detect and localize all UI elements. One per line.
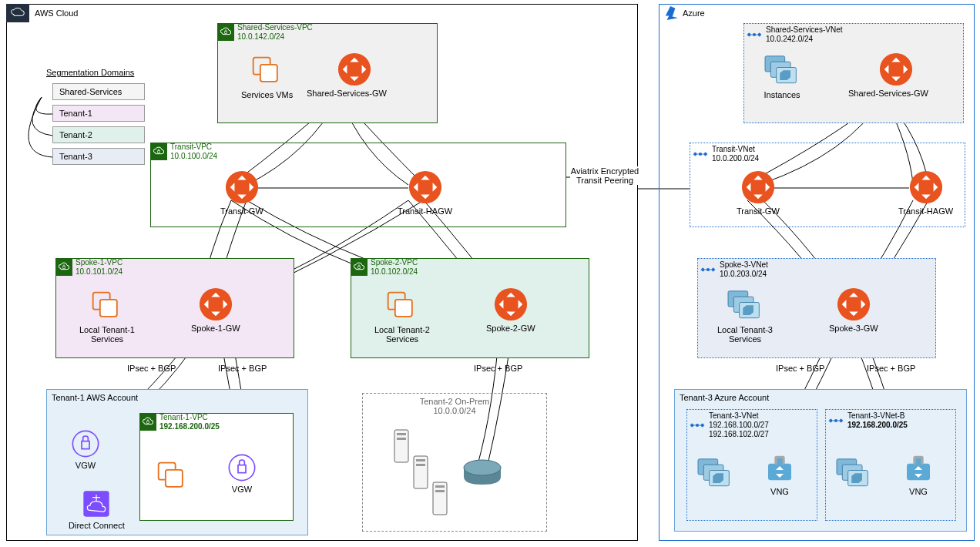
spoke3-svc-label: Local Tenant-3 Services: [717, 325, 773, 344]
tenant2-onprem: Tenant-2 On-Prem 10.0.0.0/24: [362, 393, 547, 532]
spoke2-gw: Spoke-2-GW: [486, 287, 535, 333]
azure-spoke3-vnet: Spoke-3-VNet 10.0.203.0/24 Local Tenant-…: [697, 258, 936, 358]
tenant3-account-label: Tenant-3 Azure Account: [680, 393, 769, 402]
vgw1: VGW: [70, 428, 101, 470]
spoke3-gw-label: Spoke-3-GW: [829, 324, 878, 333]
svg-rect-9: [158, 151, 160, 153]
azure-shared-vnet-name: Shared-Services-VNet: [766, 25, 842, 35]
tenant3-vnet-b: Tenant-3-VNet-B 192.168.200.0/25 VNG: [825, 409, 956, 521]
tenant3-vnet-a-cidr2: 192.168.102.0/27: [709, 430, 769, 439]
vgw2: VGW: [227, 452, 257, 494]
azure-transit-gw: Transit-GW: [737, 169, 780, 216]
services-vms-icon: Services VMs: [241, 55, 293, 99]
vng-b: VNG: [903, 455, 934, 496]
svg-rect-77: [916, 458, 921, 465]
aws-spoke1-name: Spoke-1-VPC: [76, 258, 123, 267]
ipsec-label-1: IPsec + BGP: [127, 364, 176, 373]
svg-rect-35: [416, 464, 425, 466]
router-icon: [463, 458, 502, 488]
svg-rect-27: [166, 470, 183, 487]
svg-rect-18: [395, 300, 412, 317]
spoke2-svc-label: Local Tenant-2 Services: [374, 325, 430, 344]
server1-icon: [394, 429, 409, 465]
legend-title: Segmentation Domains: [46, 68, 134, 77]
svg-rect-29: [238, 465, 246, 473]
azure-transit-hagw: Transit-HAGW: [898, 169, 953, 216]
tenant1-account: Tenant-1 AWS Account VGW Direct Connect …: [46, 389, 308, 535]
azure-shared-vnet-cidr: 10.0.242.0/24: [766, 35, 842, 44]
aws-transit-hagw: Transit-HAGW: [398, 169, 452, 216]
aws-cloud-label: AWS Cloud: [35, 8, 78, 18]
tenant2-onprem-name: Tenant-2 On-Prem: [363, 397, 546, 406]
vnet-icon: [700, 261, 717, 278]
svg-rect-68: [777, 458, 783, 465]
aws-shared-gw: Shared-Services-GW: [322, 52, 387, 98]
aws-transit-vpc-name: Transit-VPC: [170, 143, 217, 152]
vpc-icon: [351, 259, 368, 276]
svg-rect-32: [397, 438, 406, 440]
azure-icon: [663, 6, 680, 22]
vng-a: VNG: [764, 455, 795, 496]
svg-rect-25: [147, 421, 149, 424]
legend-shared: Shared-Services: [52, 83, 145, 100]
legend-tenant3: Tenant-3: [52, 148, 145, 165]
spoke1-svc-label: Local Tenant-1 Services: [79, 325, 135, 344]
tenant3-vnet-a: Tenant-3-VNet 192.168.100.0/27 192.168.1…: [686, 409, 817, 521]
aws-transit-vpc-cidr: 10.0.100.0/24: [170, 152, 217, 161]
azure-transit-vnet-cidr: 10.0.200.0/24: [712, 154, 759, 163]
ipsec-label-az2: IPsec + BGP: [867, 364, 915, 373]
tenant3-vnet-a-name: Tenant-3-VNet: [709, 411, 769, 421]
aws-shared-vpc: Shared-Services-VPC 10.0.142.0/24 Servic…: [217, 23, 438, 123]
vgw2-label: VGW: [227, 485, 257, 494]
azure-label: Azure: [683, 8, 705, 18]
svg-rect-37: [435, 485, 445, 488]
services-vms-label: Services VMs: [241, 90, 293, 99]
tenant1-vms-icon: [156, 460, 190, 495]
legend-tenant1: Tenant-1: [52, 105, 145, 122]
spoke1-gw-label: Spoke-1-GW: [191, 324, 240, 333]
azure-shared-vnet: Shared-Services-VNet 10.0.242.0/24 Insta…: [743, 23, 964, 123]
aws-shared-vpc-cidr: 10.0.142.0/24: [237, 32, 313, 42]
svg-rect-21: [82, 441, 89, 449]
azure-spoke3-cidr: 10.0.203.0/24: [720, 270, 768, 279]
svg-rect-12: [63, 267, 65, 269]
aws-transit-vpc: Transit-VPC 10.0.100.0/24 Transit-GW Tra…: [150, 143, 566, 227]
azure-transit-gw-label: Transit-GW: [737, 206, 780, 216]
svg-rect-7: [260, 65, 277, 82]
server2-icon: [413, 455, 428, 491]
svg-point-28: [229, 455, 254, 480]
azure-transit-vnet: Transit-VNet 10.0.200.0/24 Transit-GW Tr…: [690, 143, 965, 227]
direct-connect: Direct Connect: [69, 488, 125, 530]
tenant3-vnet-a-cidr1: 192.168.100.0/27: [709, 421, 769, 430]
vpc-icon: [217, 24, 234, 41]
svg-point-40: [464, 460, 501, 475]
spoke3-gw: Spoke-3-GW: [829, 287, 878, 333]
spoke2-svc-icon: Local Tenant-2 Services: [374, 290, 430, 344]
svg-rect-5: [225, 32, 227, 34]
vnet-icon: [827, 412, 844, 429]
vnet-icon: [689, 417, 706, 434]
vnet-icon: [746, 26, 763, 43]
aws-transit-gw: Transit-GW: [220, 169, 263, 216]
spoke3-svc-icon: Local Tenant-3 Services: [717, 290, 773, 344]
svg-rect-16: [358, 267, 361, 269]
spoke1-svc-icon: Local Tenant-1 Services: [79, 290, 135, 344]
azure-spoke3-name: Spoke-3-VNet: [720, 260, 768, 270]
aws-shared-gw-label: Shared-Services-GW: [307, 89, 387, 98]
vng-b-label: VNG: [903, 487, 934, 496]
tenant1-vpc-cidr: 192.168.200.0/25: [159, 422, 220, 431]
azure-instances-icon: Instances: [764, 55, 800, 99]
tenant3-vnet-b-name: Tenant-3-VNet-B: [847, 411, 908, 421]
azure-instances-label: Instances: [764, 90, 800, 99]
svg-point-20: [72, 431, 98, 456]
tenant3b-vms-icon: [835, 458, 872, 493]
aws-spoke2-vpc: Spoke-2-VPC 10.0.102.0/24 Local Tenant-2…: [351, 258, 589, 358]
dc-label: Direct Connect: [69, 521, 125, 530]
svg-rect-75: [907, 464, 930, 481]
peering-label: Aviatrix Encrypted Transit Peering: [570, 166, 639, 185]
tenant3a-vms-icon: [696, 458, 733, 493]
tenant2-onprem-cidr: 10.0.0.0/24: [363, 406, 546, 415]
aws-spoke1-cidr: 10.0.101.0/24: [76, 267, 123, 277]
azure-transit-hagw-label: Transit-HAGW: [898, 206, 953, 216]
aws-shared-vpc-name: Shared-Services-VPC: [237, 23, 313, 32]
